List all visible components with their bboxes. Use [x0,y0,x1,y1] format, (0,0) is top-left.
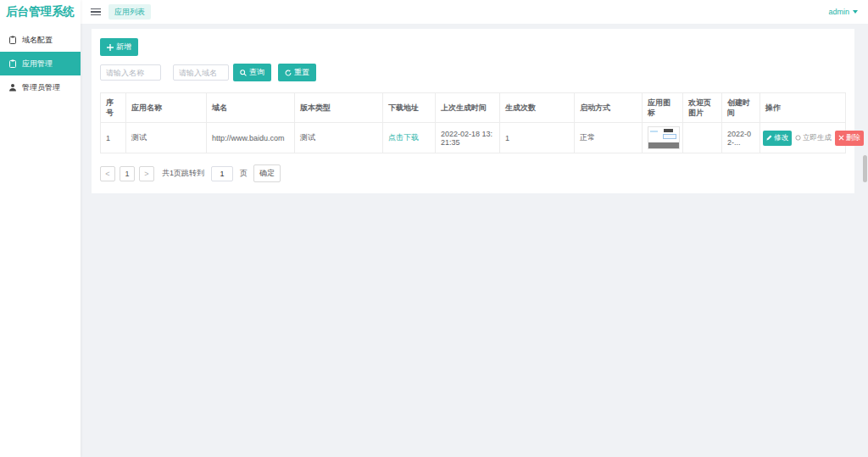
col-last-generated: 上次生成时间 [436,93,500,123]
edit-button-label: 修改 [774,133,788,143]
col-actions: 操作 [760,93,846,123]
name-search-input[interactable] [100,64,161,81]
sidebar-item-app-management[interactable]: 应用管理 [0,52,81,75]
sidebar-item-domain-config[interactable]: 域名配置 [0,28,81,52]
delete-button-label: 删除 [846,133,860,143]
sidebar-item-label: 域名配置 [22,35,53,46]
prev-page-button[interactable]: < [100,166,115,181]
col-domain: 域名 [207,93,295,123]
download-link[interactable]: 点击下载 [388,133,419,142]
chevron-down-icon [853,10,858,14]
search-row: 查询 重置 [100,64,846,81]
col-welcome-image: 欢迎页图片 [683,93,722,123]
search-button-label: 查询 [249,67,264,78]
menu-toggle-icon[interactable] [91,8,101,16]
search-icon [240,70,247,76]
reset-button-label: 重置 [294,67,309,78]
table-header-row: 序号 应用名称 域名 版本类型 下载地址 上次生成时间 生成次数 启动方式 应用… [101,93,846,123]
topbar: 应用列表 admin [81,0,868,24]
pagination: < 1 > 共1页跳转到 页 确定 [100,164,846,182]
cell-generate-count: 1 [500,123,575,153]
refresh-icon [285,70,292,76]
plus-icon [107,44,114,51]
breadcrumb-tab-app-list[interactable]: 应用列表 [108,4,151,20]
page-jump-input[interactable] [211,166,233,181]
page-unit-label: 页 [240,168,248,179]
user-icon [8,83,17,92]
generate-now-label: 立即生成 [803,133,832,143]
x-icon [838,135,844,141]
page-total-label: 共1页跳转到 [162,168,204,179]
cell-last-generated: 2022-02-18 13:21:35 [436,123,500,153]
pencil-icon [766,135,772,141]
app-table: 序号 应用名称 域名 版本类型 下载地址 上次生成时间 生成次数 启动方式 应用… [100,92,846,153]
sidebar-item-admin-management[interactable]: 管理员管理 [0,75,81,99]
col-app-icon: 应用图标 [643,93,683,123]
page-number-button[interactable]: 1 [120,166,135,181]
user-dropdown[interactable]: admin [828,8,858,16]
cell-version-type: 测试 [295,123,383,153]
domain-search-input[interactable] [173,64,229,81]
cell-domain: http://www.baidu.com [207,123,295,153]
cell-actions: 修改 立即生成 [760,123,846,153]
clipboard-icon [8,36,17,44]
username-label: admin [828,8,849,16]
col-created: 创建时间 [722,93,760,123]
app-icon-thumbnail[interactable] [648,126,680,149]
app-list-card: 新增 查询 重置 [92,29,854,193]
cell-index: 1 [101,123,126,153]
cell-download: 点击下载 [383,123,436,153]
circle-icon [795,135,801,141]
cell-welcome-image [683,123,722,153]
sidebar-menu: 域名配置 应用管理 管理员管理 [0,24,81,99]
col-app-name: 应用名称 [126,93,207,123]
cell-app-name: 测试 [126,123,207,153]
add-button[interactable]: 新增 [100,38,138,56]
col-index: 序号 [101,93,126,123]
app-title: 后台管理系统 [0,0,81,24]
sidebar-item-label: 应用管理 [22,59,53,70]
clipboard-icon [8,59,17,68]
sidebar: 后台管理系统 域名配置 应用管理 管理员管理 [0,0,81,457]
add-row: 新增 [100,38,846,56]
delete-button[interactable]: 删除 [835,131,864,146]
col-download: 下载地址 [383,93,436,123]
vertical-scrollbar[interactable] [863,24,867,457]
col-launch-mode: 启动方式 [575,93,643,123]
col-generate-count: 生成次数 [500,93,575,123]
cell-created: 2022-02-... [722,123,760,153]
search-button[interactable]: 查询 [233,64,271,81]
main-content: 新增 查询 重置 [81,24,868,457]
scrollbar-thumb[interactable] [863,155,867,182]
confirm-jump-button[interactable]: 确定 [253,164,281,182]
next-page-button[interactable]: > [139,166,154,181]
add-button-label: 新增 [116,42,131,53]
cell-launch-mode: 正常 [575,123,643,153]
table-row: 1 测试 http://www.baidu.com 测试 点击下载 2022-0… [101,123,846,153]
cell-app-icon [643,123,683,153]
sidebar-item-label: 管理员管理 [22,82,60,93]
generate-now-button[interactable]: 立即生成 [794,131,832,146]
reset-button[interactable]: 重置 [278,64,316,81]
edit-button[interactable]: 修改 [763,131,792,146]
col-version-type: 版本类型 [295,93,383,123]
